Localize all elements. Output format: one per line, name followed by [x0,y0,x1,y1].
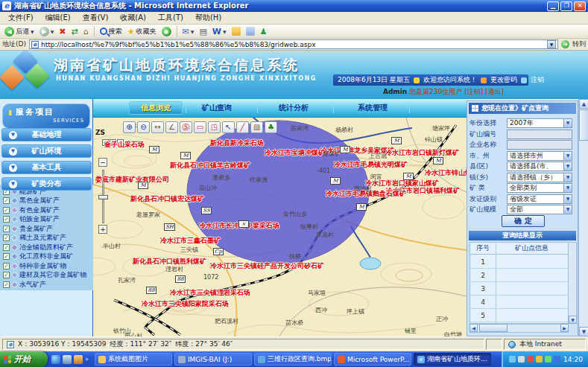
page-scroll-thumb[interactable] [579,109,588,141]
results-horizontal-scrollbar[interactable]: ◀ ▶ [470,324,569,333]
mine-point-marker[interactable]: 88 [175,275,186,283]
menu-item[interactable]: 编辑(E) [40,12,76,24]
go-button[interactable]: 转到 [572,39,586,49]
edit-button[interactable]: W▼ [211,25,228,38]
forward-button[interactable]: ▶▼ [38,25,56,38]
stop-tool[interactable]: Ⓢ [180,121,192,133]
mine-point-marker[interactable]: SH [164,223,175,231]
chevron-down-icon[interactable]: ▼ [563,205,572,214]
scroll-left-icon[interactable]: ◀ [470,324,478,332]
layer-item[interactable]: ✓冶金辅助原料矿产 [3,243,73,252]
mine-point-marker[interactable]: M [391,137,402,144]
zoom-out-tool[interactable]: ⊖ [137,121,150,133]
table-row[interactable]: 3 [470,282,568,296]
mail-button[interactable]: ✉▼ [181,25,196,38]
messenger-button[interactable]: ♟ [259,25,269,38]
close-button[interactable]: ✕ [574,1,586,11]
menu-item[interactable]: 查看(V) [78,12,114,24]
layer-item[interactable]: ✓贵金属矿产 [3,224,53,233]
table-row[interactable]: 1 [470,255,568,269]
quick-launch-overflow-chevron[interactable]: » [85,356,89,363]
tab-统计分析[interactable]: 统计分析 [267,101,320,115]
layer-item[interactable]: ✓化工原料非金属矿 [3,252,73,261]
tab-矿山查询[interactable]: 矿山查询 [190,101,244,115]
address-dropdown[interactable]: ▼ [547,40,556,48]
show-desktop-icon[interactable] [63,355,72,364]
chevron-down-icon[interactable]: ▼ [563,173,572,182]
quick-launch-ie-icon[interactable] [51,355,60,364]
tab-信息浏览[interactable]: 信息浏览 [129,101,183,115]
sidebar-section-基本工具[interactable]: 基本工具▼ [1,161,92,174]
mine-point-marker[interactable]: M [330,177,341,185]
zoom-slider-minus-button[interactable]: − [98,158,107,167]
confirm-button[interactable]: 确 定 [502,215,545,227]
table-row[interactable]: 5 [470,309,568,322]
sidebar-section-基础地理[interactable]: 基础地理▼ [1,128,92,141]
ime-icon[interactable] [545,356,551,363]
city-select[interactable]: 请选择市州▼ [507,151,572,161]
network-icon[interactable] [509,356,516,363]
layer-checkbox[interactable]: ✓ [3,253,10,260]
table-row[interactable]: 2 [470,269,568,282]
layer-item[interactable]: ✓水气矿产 [3,280,46,289]
exit-bracket-link[interactable]: [退出] [485,88,504,95]
minimize-button[interactable]: ▁ [547,1,559,11]
menu-item[interactable]: 帮助(H) [190,12,227,24]
town-select[interactable]: 请选择镇（乡）▼ [507,173,572,182]
mine-point-marker[interactable]: M [149,146,159,153]
search-button[interactable]: 搜索 [98,25,124,38]
layer-checkbox[interactable]: ✓ [3,216,10,223]
quick-launch-media-icon[interactable] [74,355,83,364]
layer-checkbox[interactable]: ✓ [3,272,10,278]
taskbar-task[interactable]: e湖南省矿山地质环... [414,353,491,366]
clear-select-tool[interactable]: ◳ [208,121,221,133]
layer-tree-tool[interactable]: ♣ [265,121,277,133]
layer-item[interactable]: ✓有色金属矿产 [3,205,60,214]
layer-item[interactable]: ✓稀土及元素矿产 [3,234,66,243]
layer-checkbox[interactable]: ✓ [3,197,10,204]
mine-point-marker[interactable]: M [356,203,367,211]
mine-point-marker[interactable]: 88 [146,287,157,294]
refresh-button[interactable]: ⇄ [69,25,79,38]
pan-tool[interactable]: ↔ [151,121,164,133]
mine-point-marker[interactable]: Cp [213,248,224,255]
mine-point-marker[interactable]: M [340,146,350,153]
discuss-button[interactable] [244,25,256,38]
select-rect-tool[interactable]: ▭ [194,121,206,133]
antivirus-icon[interactable] [527,356,534,363]
page-scroll-up-button[interactable]: ▲ [579,99,588,109]
scroll-down-icon[interactable]: ▼ [569,316,577,324]
layer-item[interactable]: ✓铂族金属矿产 [3,215,60,224]
measure-tool[interactable]: ∠ [165,121,178,133]
chevron-down-icon[interactable]: ▼ [563,152,572,160]
mine-scale-select[interactable]: 全部▼ [507,205,572,214]
layer-checkbox[interactable]: ✓ [3,207,10,214]
draw-line-tool[interactable]: ╱ [236,121,249,133]
mine-type-select[interactable]: 全部类别▼ [507,183,572,193]
map-canvas[interactable]: ZS + + + − + 金子山采石场新化县新冷采石场冷水江市梓龙乡吴家煤矿冷水… [93,118,467,336]
layer-item[interactable]: ✓黑色金属矿产 [3,197,60,205]
stop-button[interactable]: ✖ [57,25,67,38]
tab-系统管理[interactable]: 系统管理 [346,101,399,115]
mine-point-marker[interactable]: × [238,220,249,228]
hscroll-thumb[interactable] [479,324,508,332]
results-vertical-scrollbar[interactable]: ▼ [568,242,577,324]
mine-point-marker[interactable]: M [180,152,191,159]
eraser-tool[interactable]: ▨ [250,121,263,133]
mine-point-marker[interactable]: M [138,182,148,189]
chevron-down-icon[interactable]: ▼ [563,195,572,203]
taskbar-task[interactable]: Microsoft PowerP... [334,353,411,366]
logout-link[interactable]: 注销 [531,75,544,85]
chevron-down-icon[interactable]: ▼ [563,119,572,127]
page-scroll-down-button[interactable]: ▼ [579,327,588,336]
page-scrollbar[interactable]: ▲ ▼ [578,99,588,336]
mine-point-marker[interactable]: SS [201,207,212,214]
taskbar-task[interactable]: 三维行政区查询.bmp [254,353,332,366]
mine-point-marker[interactable]: M [433,157,443,165]
menu-item[interactable]: 文件(F) [3,12,39,24]
table-row[interactable]: 4 [470,296,568,309]
identify-tool[interactable]: ↖ [222,121,235,133]
back-button[interactable]: ◀ 后退▼ [3,25,36,38]
change-password-link[interactable]: 更改密码 [490,75,517,85]
maximize-button[interactable]: ❐ [560,1,572,11]
